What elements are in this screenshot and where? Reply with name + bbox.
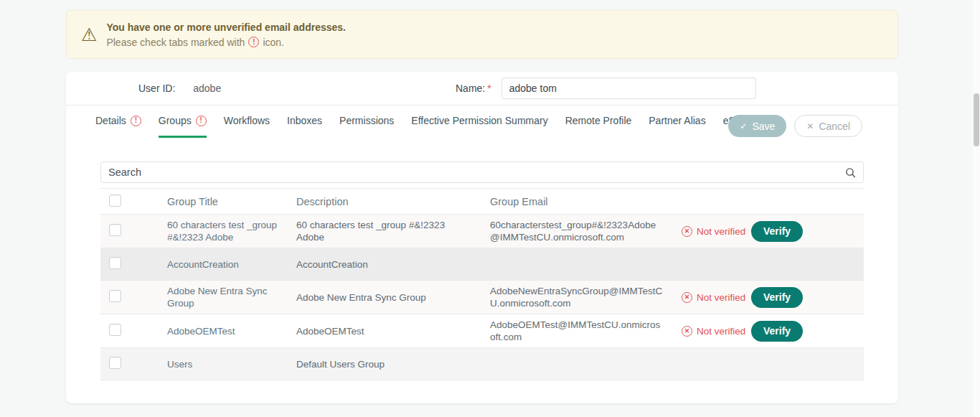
row-checkbox-cell xyxy=(100,352,158,376)
warning-banner: ⚠ You have one or more unverified email … xyxy=(66,10,898,59)
tab-permissions[interactable]: Permissions xyxy=(339,106,394,138)
verification-status xyxy=(672,360,751,368)
verification-status: ✕ Not verified xyxy=(672,321,751,342)
tab-workflows[interactable]: Workflows xyxy=(224,106,270,138)
row-checkbox-cell xyxy=(100,286,158,309)
table-body: 60 characters test _group #&!2323 Adobe … xyxy=(100,215,864,380)
tab-effective-permission-summary[interactable]: Effective Permission Summary xyxy=(411,106,547,138)
not-verified-icon: ✕ xyxy=(682,326,692,337)
required-asterisk: * xyxy=(487,83,491,94)
group-email-cell: AdobeNewEntraSyncGroup@IMMTestCU.onmicro… xyxy=(481,281,672,314)
row-checkbox-cell xyxy=(100,319,158,343)
description-cell: 60 characters test _group #&!2323 Adobe xyxy=(287,215,481,248)
user-detail-card: User ID: adobe Name:* Details ! Groups !… xyxy=(66,72,898,403)
name-field: Name:* xyxy=(456,78,756,99)
check-icon: ✓ xyxy=(740,122,747,131)
description-cell: AdobeOEMTest xyxy=(287,321,481,342)
close-icon: ✕ xyxy=(806,122,814,131)
tab-label: Effective Permission Summary xyxy=(411,115,547,126)
row-checkbox[interactable] xyxy=(109,224,121,236)
banner-text: You have one or more unverified email ad… xyxy=(106,22,346,48)
tab-label: Workflows xyxy=(224,115,270,126)
column-group-title: Group Title xyxy=(158,196,287,207)
tab-label: Remote Profile xyxy=(565,115,632,126)
tab-inboxes[interactable]: Inboxes xyxy=(287,106,322,138)
verification-status: ✕ Not verified xyxy=(672,287,751,308)
card-header: User ID: adobe Name:* xyxy=(66,72,898,106)
row-checkbox[interactable] xyxy=(109,257,121,269)
name-input[interactable] xyxy=(501,78,756,99)
verify-cell: Verify xyxy=(751,317,864,346)
group-email-cell xyxy=(481,360,672,368)
verification-status: ✕ Not verified xyxy=(672,221,751,242)
not-verified-label: Not verified xyxy=(697,325,745,337)
verification-status xyxy=(672,260,751,268)
tab-label: Inboxes xyxy=(287,115,322,126)
tab-partner-alias[interactable]: Partner Alias xyxy=(649,106,705,138)
tab-remote-profile[interactable]: Remote Profile xyxy=(565,106,632,138)
not-verified-icon: ✕ xyxy=(682,226,692,237)
scrollbar-track[interactable] xyxy=(973,0,980,417)
group-title-cell: Users xyxy=(158,354,287,375)
row-checkbox[interactable] xyxy=(109,357,121,369)
tab-label: Permissions xyxy=(339,115,394,126)
table-row: AdobeOEMTest AdobeOEMTest AdobeOEMTest@I… xyxy=(100,314,864,348)
alert-icon: ! xyxy=(196,116,207,126)
banner-subtitle: Please check tabs marked with ! icon. xyxy=(106,37,346,48)
table-row: Adobe New Entra Sync Group Adobe New Ent… xyxy=(100,281,864,314)
tabs-row: Details ! Groups ! Workflows Inboxes Per… xyxy=(66,106,898,138)
banner-subtitle-prefix: Please check tabs marked with xyxy=(106,37,245,48)
table-row: 60 characters test _group #&!2323 Adobe … xyxy=(100,215,864,248)
table-row: AccountCreation AccountCreation xyxy=(100,248,864,281)
verify-cell xyxy=(751,360,864,368)
not-verified-icon: ✕ xyxy=(682,292,692,303)
group-email-cell: 60characterstest_group#&!2323Adobe@IMMTe… xyxy=(481,215,672,248)
action-buttons: ✓ Save ✕ Cancel xyxy=(728,115,862,137)
group-title-cell: AdobeOEMTest xyxy=(158,321,287,342)
group-title-cell: AccountCreation xyxy=(158,254,287,275)
user-id-field: User ID: adobe xyxy=(138,83,221,94)
description-cell: Adobe New Entra Sync Group xyxy=(287,287,481,308)
tab-label: Groups xyxy=(159,115,192,126)
warning-triangle-icon: ⚠ xyxy=(81,26,97,44)
verify-button[interactable]: Verify xyxy=(751,287,803,308)
row-checkbox[interactable] xyxy=(109,290,121,302)
header-checkbox-cell xyxy=(100,195,158,209)
group-title-cell: Adobe New Entra Sync Group xyxy=(158,281,287,314)
select-all-checkbox[interactable] xyxy=(109,195,121,207)
search-icon xyxy=(845,167,856,178)
verify-cell: Verify xyxy=(751,283,864,312)
table-header: Group Title Description Group Email xyxy=(100,189,864,215)
verify-cell: Verify xyxy=(751,217,864,246)
search-input[interactable] xyxy=(101,162,863,182)
description-cell: Default Users Group xyxy=(287,354,481,375)
group-title-cell: 60 characters test _group #&!2323 Adobe xyxy=(158,215,287,248)
not-verified-label: Not verified xyxy=(697,291,745,304)
column-description: Description xyxy=(287,196,481,207)
tab-content: Group Title Description Group Email 60 c… xyxy=(66,161,898,380)
verify-cell xyxy=(751,260,864,268)
exclamation-circle-icon: ! xyxy=(248,37,259,47)
cancel-button[interactable]: ✕ Cancel xyxy=(794,115,862,137)
user-id-value: adobe xyxy=(193,83,221,94)
row-checkbox-cell xyxy=(100,220,158,243)
tab-label: Details xyxy=(95,115,126,126)
tabs: Details ! Groups ! Workflows Inboxes Per… xyxy=(95,106,777,138)
tab-groups[interactable]: Groups ! xyxy=(159,106,207,138)
alert-icon: ! xyxy=(131,116,141,126)
group-email-cell xyxy=(481,260,672,268)
row-checkbox[interactable] xyxy=(109,324,121,336)
scrollbar-thumb[interactable] xyxy=(974,93,979,146)
verify-button[interactable]: Verify xyxy=(751,221,803,242)
group-email-cell: AdobeOEMTest@IMMTestCU.onmicrosoft.com xyxy=(481,314,672,347)
banner-title: You have one or more unverified email ad… xyxy=(106,22,346,33)
tab-label: Partner Alias xyxy=(649,115,705,126)
name-label: Name:* xyxy=(456,83,491,94)
verify-button[interactable]: Verify xyxy=(751,321,803,342)
column-group-email: Group Email xyxy=(481,196,672,207)
save-button[interactable]: ✓ Save xyxy=(728,115,786,137)
description-cell: AccountCreation xyxy=(287,254,481,275)
user-id-label: User ID: xyxy=(138,83,175,94)
table-row: Users Default Users Group xyxy=(100,348,864,380)
tab-details[interactable]: Details ! xyxy=(95,106,141,138)
